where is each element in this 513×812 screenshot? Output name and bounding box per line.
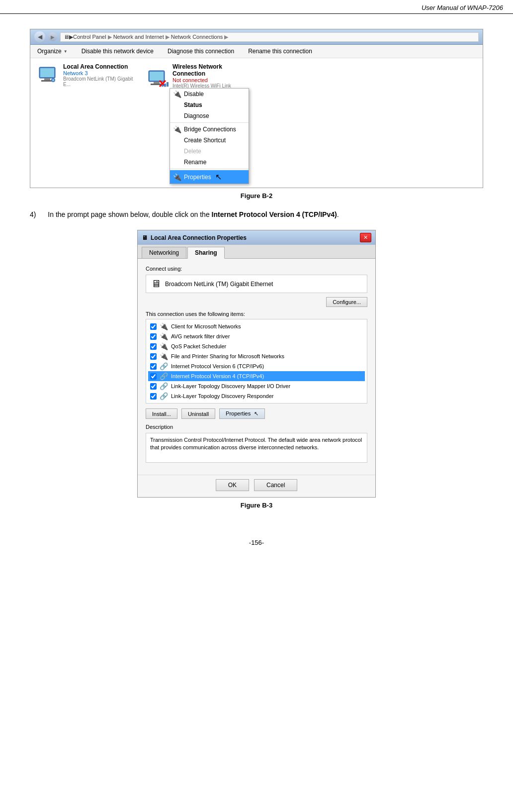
list-item-ipv4[interactable]: 🔗 Internet Protocol Version 4 (TCP/IPv4) [148,371,365,381]
forward-button[interactable]: ▶ [48,32,57,41]
list-item-avg-checkbox[interactable] [150,333,157,340]
list-item-client-ms-icon: 🔌 [160,322,168,330]
adapter-name: Broadcom NetLink (TM) Gigabit Ethernet [165,281,273,288]
list-item-lltd-responder[interactable]: 🔗 Link-Layer Topology Discovery Responde… [148,391,365,401]
local-area-name: Local Area Connection [63,63,135,70]
page-content: ◀ ▶ 🖥 ▶ Control Panel ▶ Network and Inte… [0,14,513,529]
svg-rect-2 [44,78,50,80]
ctx-sep2 [170,169,249,169]
list-item-client-ms[interactable]: 🔌 Client for Microsoft Networks [148,321,365,331]
list-item-lltd-responder-checkbox[interactable] [150,393,157,400]
configure-button[interactable]: Configure... [326,297,367,307]
ctx-shortcut[interactable]: Create Shortcut [170,135,249,146]
list-item-ipv6[interactable]: 🔗 Internet Protocol Version 6 (TCP/IPv6) [148,361,365,371]
list-item-file-printer-label: File and Printer Sharing for Microsoft N… [171,353,284,359]
dialog-tabs: Networking Sharing [138,245,375,259]
adapter-icon: 🖥 [151,278,161,290]
svg-rect-12 [162,85,164,87]
svg-rect-14 [167,82,169,87]
tab-sharing[interactable]: Sharing [187,247,225,259]
breadcrumb-icon: 🖥 [64,34,69,40]
list-item-lltd-mapper-icon: 🔗 [160,382,168,390]
cursor: ↖ [215,172,222,182]
breadcrumb-sep3: ▶ [166,34,170,40]
list-item-file-printer-icon: 🔌 [160,352,168,360]
window-titlebar: ◀ ▶ 🖥 ▶ Control Panel ▶ Network and Inte… [30,29,483,45]
dialog-close-button[interactable]: ✕ [360,233,371,242]
install-button[interactable]: Install... [146,408,177,419]
list-item-ipv6-label: Internet Protocol Version 6 (TCP/IPv6) [171,363,264,369]
dialog-titlebar: 🖥 Local Area Connection Properties ✕ [138,230,375,245]
list-item-lltd-responder-icon: 🔗 [160,392,168,400]
step4-text: 4) In the prompt page shown below, doubl… [30,209,483,220]
list-item-file-printer[interactable]: 🔌 File and Printer Sharing for Microsoft… [148,351,365,361]
step4-text-end: . [337,210,339,218]
dialog-tab-content: Connect using: 🖥 Broadcom NetLink (TM) G… [138,259,375,475]
list-item-ipv4-checkbox[interactable] [150,373,157,380]
breadcrumb-network-connections[interactable]: Network Connections [171,34,223,40]
list-item-lltd-mapper[interactable]: 🔗 Link-Layer Topology Discovery Mapper I… [148,381,365,391]
breadcrumb-network-internet[interactable]: Network and Internet [113,34,164,40]
page-header: User Manual of WNAP-7206 [0,0,513,14]
manual-title: User Manual of WNAP-7206 [422,4,503,11]
disable-label: Disable this network device [82,48,154,55]
ctx-rename[interactable]: Rename [170,157,249,168]
items-label: This connection uses the following items… [146,311,367,317]
local-area-connection-item[interactable]: Local Area Connection Network 3 Broadcom… [35,63,135,183]
items-list: 🔌 Client for Microsoft Networks 🔌 AVG ne… [146,319,367,404]
properties-btn-label: Properties [226,410,251,416]
list-item-lltd-mapper-checkbox[interactable] [150,383,157,390]
tab-networking[interactable]: Networking [142,247,186,258]
list-item-qos[interactable]: 🔌 QoS Packet Scheduler [148,341,365,351]
ctx-status[interactable]: Status [170,100,249,110]
list-item-client-ms-checkbox[interactable] [150,323,157,330]
adapter-box: 🖥 Broadcom NetLink (TM) Gigabit Ethernet [146,275,367,293]
ctx-bridge[interactable]: 🔌 Bridge Connections [170,124,249,135]
ctx-diagnose[interactable]: Diagnose [170,110,249,121]
diagnose-label: Diagnose this connection [168,48,234,55]
list-item-ipv6-checkbox[interactable] [150,363,157,370]
local-area-icon [35,65,59,85]
ctx-delete: Delete [170,146,249,157]
dialog-footer: OK Cancel [138,475,375,497]
svg-rect-13 [164,84,166,87]
dialog-body: Networking Sharing Connect using: 🖥 Broa… [138,245,375,497]
list-item-ipv4-label: Internet Protocol Version 4 (TCP/IPv4) [171,373,264,379]
ctx-sep1 [170,122,249,123]
cancel-button[interactable]: Cancel [254,479,297,491]
description-label: Description [146,424,367,430]
list-item-lltd-mapper-label: Link-Layer Topology Discovery Mapper I/O… [171,383,290,389]
list-item-avg-icon: 🔌 [160,332,168,340]
breadcrumb-sep4: ▶ [224,34,228,40]
action-buttons: Install... Uninstall Properties ↖ [146,408,367,419]
list-item-ipv4-icon: 🔗 [160,372,168,380]
organize-label: Organize [37,48,62,55]
list-item-file-printer-checkbox[interactable] [150,353,157,360]
diagnose-connection-btn[interactable]: Diagnose this connection [166,47,236,56]
properties-button[interactable]: Properties ↖ [219,408,265,419]
list-item-avg[interactable]: 🔌 AVG network filter driver [148,331,365,341]
svg-rect-1 [40,68,54,77]
svg-rect-7 [150,72,164,81]
page-footer: -156- [0,534,513,551]
dialog-title: Local Area Connection Properties [151,234,247,241]
list-item-qos-icon: 🔌 [160,342,168,350]
ctx-properties[interactable]: 🔌 Properties ↖ [170,170,249,184]
list-item-qos-checkbox[interactable] [150,343,157,350]
list-item-ipv6-icon: 🔗 [160,362,168,370]
back-button[interactable]: ◀ [34,31,45,42]
disable-network-btn[interactable]: Disable this network device [80,47,156,56]
ctx-disable[interactable]: 🔌 Disable [170,89,249,100]
figure-b2-window: ◀ ▶ 🖥 ▶ Control Panel ▶ Network and Inte… [30,29,483,188]
ok-button[interactable]: OK [216,479,249,491]
uninstall-button[interactable]: Uninstall [181,408,215,419]
local-area-adapter: Broadcom NetLink (TM) Gigabit E... [63,76,135,87]
organize-menu[interactable]: Organize ▼ [35,47,70,56]
breadcrumb-sep1: ▶ [69,34,73,40]
rename-connection-btn[interactable]: Rename this connection [246,47,314,56]
organize-arrow: ▼ [64,49,68,54]
breadcrumb-control-panel[interactable]: Control Panel [73,34,106,40]
figure-b3-dialog: 🖥 Local Area Connection Properties ✕ Net… [137,230,376,498]
description-box: Transmission Control Protocol/Internet P… [146,433,367,463]
step4-text-before: In the prompt page shown below, double c… [48,210,211,218]
